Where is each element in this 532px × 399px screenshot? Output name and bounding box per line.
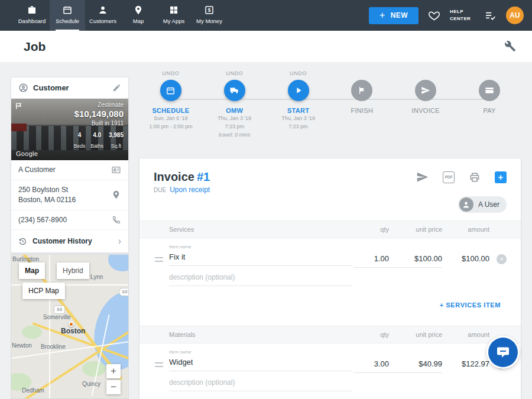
chat-bubble-button[interactable] (488, 338, 518, 367)
qty-column-header: qty (353, 226, 389, 233)
content-area: Customer Zestimate $10,149,080 Built in … (0, 62, 532, 399)
add-invoice-icon[interactable]: + (495, 171, 507, 183)
built-in: Built in 1911 (74, 120, 124, 126)
nav-dashboard[interactable]: Dashboard (14, 0, 50, 31)
send-invoice-icon[interactable] (416, 171, 429, 183)
address-line2: Boston, MA 02116 (18, 196, 76, 204)
services-header-row: Services qty unit price amount (140, 220, 521, 238)
task-list-icon[interactable] (484, 9, 497, 22)
service-amount: $100.00 (442, 253, 489, 264)
nav-label: Map (133, 18, 144, 24)
step-label: FINISH (351, 107, 373, 114)
map-type-button[interactable]: Map (19, 262, 45, 279)
start-step-button[interactable] (288, 80, 309, 101)
customer-name-row: A Customer (11, 160, 128, 180)
unit-price-column-header: unit price (389, 226, 442, 233)
travel-time: travel: 0 mins (219, 131, 251, 139)
photo-flag-icon[interactable] (15, 102, 22, 110)
material-item-name-input[interactable] (169, 356, 352, 371)
finish-step-button[interactable] (351, 80, 372, 101)
map-park (82, 361, 106, 377)
customer-phone-row: (234) 567-8900 (11, 210, 128, 231)
map-water (108, 254, 129, 271)
nav-my-apps[interactable]: My Apps (156, 0, 192, 31)
undo-button[interactable]: UNDO (226, 70, 243, 80)
nav-customers[interactable]: Customers (85, 0, 121, 31)
job-tools-icon[interactable] (504, 40, 517, 53)
primary-nav: Dashboard Schedule Customers Map My Apps… (14, 0, 227, 31)
service-qty-input[interactable] (353, 253, 389, 268)
service-description-input[interactable] (169, 269, 352, 286)
edit-pencil-icon[interactable] (112, 83, 121, 92)
map-label-dedham: Dedham (22, 387, 44, 394)
materials-header-row: Materials qty unit price amount (140, 326, 521, 343)
heart-referral-icon[interactable] (428, 9, 440, 22)
remove-item-icon[interactable]: × (497, 254, 507, 264)
plus-icon: + (379, 10, 385, 21)
map-label-newton: Newton (12, 342, 32, 349)
undo-button[interactable]: UNDO (290, 70, 307, 80)
service-description-row (140, 268, 521, 292)
omw-step-button[interactable] (224, 80, 245, 101)
map-label-burlington: Burlington (12, 256, 39, 262)
amount-column-header: amount (442, 331, 489, 338)
zoom-out-button[interactable]: − (106, 380, 121, 394)
item-name-label: Item name (169, 244, 352, 249)
pdf-icon[interactable]: PDF (443, 171, 455, 183)
user-avatar[interactable]: AU (506, 7, 524, 24)
nav-schedule[interactable]: Schedule (50, 0, 85, 31)
map-widget[interactable]: Burlington Lynn Somerville Boston Brookl… (11, 254, 129, 399)
step-label: SCHEDULE (152, 107, 189, 114)
unit-price-column-header: unit price (389, 331, 442, 338)
due-terms-link[interactable]: Upon receipt (170, 186, 210, 194)
material-qty-input[interactable] (353, 358, 389, 373)
beds-value: 4 (78, 132, 82, 138)
page-header: Job (0, 31, 532, 62)
nav-map[interactable]: Map (121, 0, 156, 31)
new-button[interactable]: + NEW (369, 7, 419, 24)
contact-card-icon[interactable] (111, 165, 121, 175)
zoom-in-button[interactable]: + (106, 364, 121, 378)
pay-step-button[interactable] (479, 80, 500, 101)
customer-card-title: Customer (33, 83, 108, 92)
nav-my-money[interactable]: $ My Money (192, 0, 227, 31)
assignee-name: A User (478, 200, 499, 209)
customer-history-row[interactable]: Customer History › (11, 230, 128, 252)
chat-icon (496, 345, 510, 359)
drag-handle-icon[interactable] (155, 257, 163, 262)
google-logo: Google (16, 150, 38, 157)
map-label-quincy: Quincy (82, 381, 100, 387)
hcp-map-button[interactable]: HCP Map (22, 283, 65, 299)
zestimate-overlay: Zestimate $10,149,080 Built in 1911 4Bed… (74, 102, 124, 150)
pdf-label: PDF (445, 175, 453, 179)
material-unit-price-input[interactable] (389, 358, 442, 373)
schedule-step-button[interactable] (160, 80, 181, 101)
timeline-step-omw: UNDO OMW Thu, Jan 3 '19 7:23 pm travel: … (203, 70, 267, 139)
route-107-badge: 107 (119, 288, 129, 296)
print-icon[interactable] (469, 171, 481, 183)
add-services-item-link[interactable]: + SERVICES ITEM (440, 301, 501, 309)
material-description-input[interactable] (169, 374, 352, 391)
zestimate-value: $10,149,080 (74, 109, 124, 119)
assignee-chip[interactable]: A User (458, 196, 507, 213)
drag-handle-icon[interactable] (155, 362, 163, 367)
nav-label: Dashboard (18, 18, 46, 24)
timeline-step-start: UNDO START Thu, Jan 3 '19 7:23 pm (267, 70, 330, 139)
dashboard-icon (27, 5, 37, 15)
job-location-marker[interactable] (69, 322, 74, 327)
invoice-step-button[interactable] (415, 80, 436, 101)
customer-name: A Customer (18, 165, 56, 175)
step-label: OMW (226, 107, 243, 114)
item-name-label: Item name (169, 349, 352, 355)
undo-button[interactable]: UNDO (162, 70, 179, 80)
baths-value: 4.0 (93, 132, 101, 138)
location-pin-icon[interactable] (111, 190, 121, 200)
step-date: Thu, Jan 3 '19 (218, 114, 251, 122)
service-unit-price-input[interactable] (389, 253, 442, 268)
service-item-name-input[interactable] (169, 251, 352, 266)
hybrid-type-button[interactable]: Hybrid (57, 262, 89, 279)
help-center-link[interactable]: HELP CENTER (450, 8, 475, 22)
invoice-card: Invoice#1 PDF + DUE Upon receipt A User (139, 158, 521, 399)
phone-icon[interactable] (112, 215, 121, 225)
map-pin-icon (133, 5, 144, 15)
